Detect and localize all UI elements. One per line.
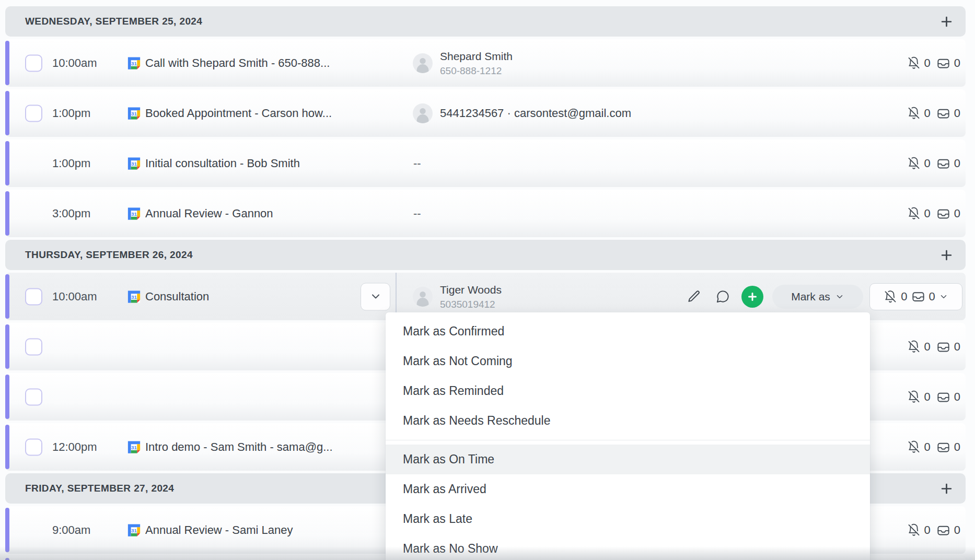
alerts-count: 0 bbox=[924, 340, 933, 354]
menu-item-mark-as-no-show[interactable]: Mark as No Show bbox=[386, 534, 870, 560]
inbox-icon bbox=[936, 523, 950, 537]
plus-icon bbox=[746, 290, 759, 303]
chat-bubble-icon bbox=[716, 289, 730, 304]
appointment-row[interactable]: 1:00pm Initial consultation - Bob Smith … bbox=[5, 139, 966, 187]
accent-bar bbox=[5, 508, 9, 552]
mark-as-menu: Mark as Confirmed Mark as Not Coming Mar… bbox=[386, 312, 870, 560]
appointment-title: Intro demo - Sam Smith - sama@g... bbox=[145, 440, 333, 454]
add-appointment-button[interactable] bbox=[938, 14, 954, 29]
pencil-icon bbox=[687, 289, 701, 304]
edit-button[interactable] bbox=[686, 289, 702, 305]
row-counters: 0 0 bbox=[907, 206, 961, 220]
row-counters: 0 0 bbox=[907, 340, 961, 354]
add-contact-button[interactable] bbox=[741, 286, 763, 308]
bell-off-icon bbox=[884, 290, 897, 304]
menu-divider bbox=[386, 440, 870, 440]
chevron-down-icon bbox=[835, 292, 844, 301]
bell-off-icon bbox=[907, 56, 921, 70]
mark-as-button[interactable]: Mark as bbox=[772, 285, 863, 309]
contact-phone: 5035019412 bbox=[440, 298, 502, 310]
conversation-button[interactable] bbox=[715, 289, 730, 305]
plus-icon bbox=[939, 15, 954, 29]
messages-count: 0 bbox=[929, 290, 935, 304]
row-counters: 0 0 bbox=[907, 106, 961, 120]
appointment-title: Initial consultation - Bob Smith bbox=[145, 157, 300, 170]
menu-item-mark-as-confirmed[interactable]: Mark as Confirmed bbox=[386, 317, 870, 346]
day-header-date: THURSDAY, SEPTEMBER 26, 2024 bbox=[25, 249, 193, 261]
collapse-row-button[interactable] bbox=[361, 283, 390, 310]
appointment-time: 12:00pm bbox=[52, 440, 97, 454]
contact-name: Shepard Smith bbox=[440, 50, 513, 62]
contact-info: Shepard Smith 650-888-1212 bbox=[440, 50, 513, 76]
plus-icon bbox=[939, 248, 954, 262]
appointment-row[interactable]: 3:00pm Annual Review - Gannon -- 0 0 bbox=[5, 190, 966, 237]
chevron-down-icon bbox=[369, 290, 382, 303]
add-appointment-button[interactable] bbox=[938, 247, 954, 263]
add-appointment-button[interactable] bbox=[938, 481, 954, 496]
notifications-dropdown-button[interactable]: 0 0 bbox=[869, 283, 962, 310]
contact-name: Tiger Woods bbox=[440, 283, 502, 296]
accent-bar bbox=[5, 141, 9, 185]
accent-bar bbox=[5, 274, 9, 319]
alerts-count: 0 bbox=[924, 523, 933, 537]
menu-item-mark-as-not-coming[interactable]: Mark as Not Coming bbox=[386, 346, 870, 376]
alerts-count: 0 bbox=[924, 107, 933, 120]
inbox-icon bbox=[911, 289, 925, 304]
day-header-wednesday: WEDNESDAY, SEPTEMBER 25, 2024 bbox=[5, 6, 966, 37]
accent-bar bbox=[5, 324, 9, 369]
google-calendar-icon bbox=[126, 439, 142, 455]
plus-icon bbox=[939, 482, 954, 496]
alerts-count: 0 bbox=[924, 157, 933, 170]
appointment-row[interactable]: 10:00am Call with Shepard Smith - 650-88… bbox=[5, 39, 966, 87]
appointment-time: 1:00pm bbox=[52, 107, 90, 120]
row-counters: 0 0 bbox=[907, 156, 961, 170]
row-counters: 0 0 bbox=[907, 390, 961, 404]
row-checkbox[interactable] bbox=[25, 104, 42, 122]
bell-off-icon bbox=[907, 390, 921, 404]
person-icon bbox=[413, 53, 433, 73]
messages-count: 0 bbox=[954, 440, 960, 454]
messages-count: 0 bbox=[954, 390, 960, 404]
appointment-time: 1:00pm bbox=[52, 157, 90, 170]
inbox-icon bbox=[936, 106, 950, 120]
appointment-time: 10:00am bbox=[52, 56, 97, 70]
bell-off-icon bbox=[907, 107, 921, 120]
row-counters: 0 0 bbox=[907, 440, 961, 454]
bell-off-icon bbox=[907, 207, 921, 220]
google-calendar-icon bbox=[126, 105, 142, 121]
messages-count: 0 bbox=[954, 56, 960, 70]
accent-bar bbox=[5, 425, 9, 469]
messages-count: 0 bbox=[954, 523, 960, 537]
day-header-date: WEDNESDAY, SEPTEMBER 25, 2024 bbox=[25, 16, 202, 27]
menu-item-mark-as-arrived[interactable]: Mark as Arrived bbox=[386, 474, 870, 504]
alerts-count: 0 bbox=[901, 290, 907, 304]
contact-placeholder: -- bbox=[413, 157, 421, 170]
menu-item-mark-as-needs-reschedule[interactable]: Mark as Needs Reschedule bbox=[386, 406, 870, 436]
google-calendar-icon bbox=[126, 155, 142, 171]
person-icon bbox=[413, 103, 433, 123]
row-counters: 0 0 bbox=[907, 56, 961, 70]
accent-bar bbox=[5, 558, 9, 560]
row-checkbox[interactable] bbox=[25, 338, 42, 355]
person-icon bbox=[413, 287, 433, 307]
bell-off-icon bbox=[907, 440, 921, 454]
appointment-title: Annual Review - Sami Laney bbox=[145, 523, 293, 537]
menu-item-mark-as-reminded[interactable]: Mark as Reminded bbox=[386, 376, 870, 406]
appointment-time: 3:00pm bbox=[52, 207, 90, 220]
row-checkbox[interactable] bbox=[25, 388, 42, 405]
messages-count: 0 bbox=[954, 157, 960, 170]
alerts-count: 0 bbox=[924, 440, 933, 454]
alerts-count: 0 bbox=[924, 207, 933, 220]
appointment-row[interactable]: 1:00pm Booked Appointment - Carson how..… bbox=[5, 89, 966, 137]
bell-off-icon bbox=[907, 157, 921, 170]
row-checkbox[interactable] bbox=[25, 288, 42, 305]
accent-bar bbox=[5, 41, 9, 85]
menu-item-mark-as-late[interactable]: Mark as Late bbox=[386, 504, 870, 534]
row-checkbox[interactable] bbox=[25, 54, 42, 72]
row-checkbox[interactable] bbox=[25, 438, 42, 456]
alerts-count: 0 bbox=[924, 56, 933, 70]
chevron-down-icon bbox=[939, 292, 948, 301]
day-header-thursday: THURSDAY, SEPTEMBER 26, 2024 bbox=[5, 240, 966, 270]
avatar bbox=[413, 53, 433, 73]
menu-item-mark-as-on-time[interactable]: Mark as On Time bbox=[386, 445, 870, 474]
